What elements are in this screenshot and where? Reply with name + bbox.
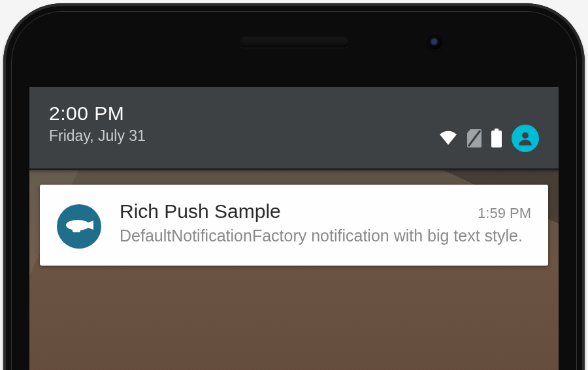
profile-icon[interactable] <box>512 125 539 152</box>
notification-app-icon <box>57 204 101 249</box>
clock-time: 2:00 PM <box>49 102 146 125</box>
speaker-grille <box>238 36 350 48</box>
notification-timestamp: 1:59 PM <box>478 205 531 222</box>
status-icons <box>438 102 539 168</box>
front-camera <box>429 37 441 49</box>
notification-content: Rich Push Sample 1:59 PM DefaultNotifica… <box>120 200 531 249</box>
no-sim-icon <box>467 129 482 147</box>
notification-title: Rich Push Sample <box>120 200 281 223</box>
svg-point-4 <box>66 220 90 230</box>
notification-body: DefaultNotificationFactory notification … <box>120 225 531 247</box>
battery-icon <box>491 129 502 148</box>
notification-shade-header[interactable]: 2:00 PM Friday, July 31 <box>29 87 559 170</box>
notification-card[interactable]: Rich Push Sample 1:59 PM DefaultNotifica… <box>40 185 548 266</box>
clock-date: Friday, July 31 <box>49 127 146 145</box>
svg-rect-5 <box>73 229 80 232</box>
airship-icon <box>65 219 93 234</box>
phone-frame: 2:00 PM Friday, July 31 <box>3 3 585 370</box>
svg-rect-1 <box>495 129 498 131</box>
wifi-icon <box>438 131 458 146</box>
shade-datetime: 2:00 PM Friday, July 31 <box>49 102 146 168</box>
svg-point-3 <box>522 132 529 138</box>
svg-rect-2 <box>491 131 502 147</box>
phone-screen: 2:00 PM Friday, July 31 <box>29 87 559 370</box>
